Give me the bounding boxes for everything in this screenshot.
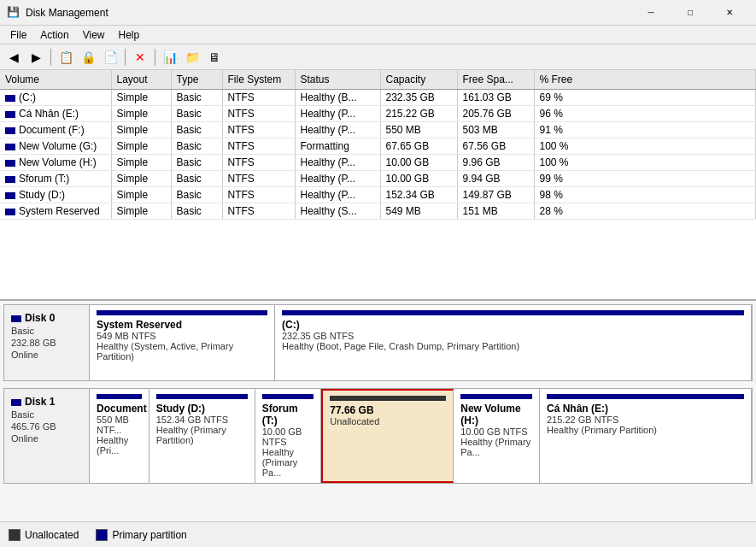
new-button[interactable]: 📄 bbox=[100, 47, 120, 68]
table-cell: NTFS bbox=[222, 155, 295, 171]
table-cell: New Volume (H:) bbox=[0, 155, 111, 171]
volume-icon bbox=[5, 176, 15, 183]
disk1-size: 465.76 GB bbox=[11, 421, 82, 432]
table-row[interactable]: Study (D:)SimpleBasicNTFSHealthy (P...15… bbox=[0, 187, 756, 203]
volume-icon bbox=[5, 111, 15, 118]
table-cell: NTFS bbox=[222, 171, 295, 187]
col-layout[interactable]: Layout bbox=[111, 70, 171, 90]
table-row[interactable]: New Volume (G:)SimpleBasicNTFSFormatting… bbox=[0, 138, 756, 155]
table-cell: 9.94 GB bbox=[457, 171, 534, 187]
help-button[interactable]: 🔒 bbox=[78, 47, 98, 68]
table-cell: NTFS bbox=[222, 106, 295, 122]
table-cell: Simple bbox=[111, 122, 171, 138]
menu-bar: File Action View Help bbox=[0, 26, 756, 44]
table-cell: 205.76 GB bbox=[457, 106, 534, 122]
disk1-part-study[interactable]: Study (D:) 152.34 GB NTFS Healthy (Prima… bbox=[149, 389, 255, 483]
disk1-part-document[interactable]: Document 550 MB NTF... Healthy (Pri... bbox=[90, 389, 149, 483]
disk0-size: 232.88 GB bbox=[11, 338, 82, 348]
disk0-part-c[interactable]: (C:) 232.35 GB NTFS Healthy (Boot, Page … bbox=[275, 305, 752, 380]
col-status[interactable]: Status bbox=[295, 70, 380, 90]
table-row[interactable]: Sforum (T:)SimpleBasicNTFSHealthy (P...1… bbox=[0, 171, 756, 187]
legend-primary: Primary partition bbox=[96, 529, 186, 541]
col-volume[interactable]: Volume bbox=[0, 70, 111, 90]
table-cell: 152.34 GB bbox=[380, 187, 457, 203]
disk1-type: Basic bbox=[11, 409, 82, 420]
legend-unallocated: Unallocated bbox=[9, 529, 79, 541]
table-cell: Simple bbox=[111, 187, 171, 203]
col-filesystem[interactable]: File System bbox=[222, 70, 295, 90]
disk1-part-sforum[interactable]: Sforum (T:) 10.00 GB NTFS Healthy (Prima… bbox=[255, 389, 322, 483]
volume-icon bbox=[5, 209, 15, 215]
separator-1 bbox=[50, 49, 51, 66]
table-cell: 10.00 GB bbox=[380, 171, 457, 187]
table-cell: 9.96 GB bbox=[457, 155, 534, 171]
disk1-part-newvol-h[interactable]: New Volume (H:) 10.00 GB NTFS Healthy (P… bbox=[454, 389, 540, 483]
canhan-name: Cá Nhân (E:) bbox=[547, 403, 744, 415]
app-icon: 💾 bbox=[7, 6, 21, 20]
table-cell: Healthy (P... bbox=[295, 106, 380, 122]
disk0-part-sysreserved[interactable]: System Reserved 549 MB NTFS Healthy (Sys… bbox=[90, 305, 275, 380]
sforum-size: 10.00 GB NTFS bbox=[262, 426, 314, 447]
table-cell: 98 % bbox=[534, 187, 756, 203]
minimize-button[interactable]: ─ bbox=[631, 0, 671, 26]
table-cell: Healthy (S... bbox=[295, 203, 380, 220]
menu-help[interactable]: Help bbox=[112, 27, 147, 43]
table-cell: 550 MB bbox=[380, 122, 457, 138]
disk0-row: Disk 0 Basic 232.88 GB Online System Res… bbox=[3, 304, 753, 381]
table-cell: NTFS bbox=[222, 187, 295, 203]
volume-icon bbox=[5, 127, 15, 134]
table-cell: 503 MB bbox=[457, 122, 534, 138]
legend-unalloc-label: Unallocated bbox=[25, 529, 79, 541]
study-size: 152.34 GB NTFS bbox=[156, 415, 248, 425]
menu-action[interactable]: Action bbox=[33, 27, 75, 43]
newvol-h-status: Healthy (Primary Pa... bbox=[460, 437, 532, 457]
table-row[interactable]: New Volume (H:)SimpleBasicNTFSHealthy (P… bbox=[0, 155, 756, 171]
table-cell: New Volume (G:) bbox=[0, 138, 111, 155]
menu-view[interactable]: View bbox=[76, 27, 112, 43]
back-button[interactable]: ◀ bbox=[3, 47, 24, 68]
table-row[interactable]: Document (F:)SimpleBasicNTFSHealthy (P..… bbox=[0, 122, 756, 138]
col-type[interactable]: Type bbox=[171, 70, 222, 90]
table-cell: Healthy (P... bbox=[295, 171, 380, 187]
disk0-partitions: System Reserved 549 MB NTFS Healthy (Sys… bbox=[90, 305, 752, 380]
table-cell: Basic bbox=[171, 155, 222, 171]
table-cell: NTFS bbox=[222, 138, 295, 155]
separator-2 bbox=[125, 49, 126, 66]
document-status: Healthy (Pri... bbox=[97, 435, 142, 456]
table-cell: Document (F:) bbox=[0, 122, 111, 138]
table-cell: Formatting bbox=[295, 138, 380, 155]
disk0-status: Online bbox=[11, 350, 82, 360]
volume-icon bbox=[5, 144, 15, 150]
table-cell: NTFS bbox=[222, 203, 295, 220]
disk1-part-canhan[interactable]: Cá Nhân (E:) 215.22 GB NTFS Healthy (Pri… bbox=[540, 389, 752, 483]
folder-button[interactable]: 📁 bbox=[182, 47, 202, 68]
table-cell: Basic bbox=[171, 106, 222, 122]
table-row[interactable]: System ReservedSimpleBasicNTFSHealthy (S… bbox=[0, 203, 756, 220]
sysreserved-name: System Reserved bbox=[97, 319, 267, 331]
table-cell: Basic bbox=[171, 122, 222, 138]
col-freespace[interactable]: Free Spa... bbox=[457, 70, 534, 90]
menu-file[interactable]: File bbox=[3, 27, 33, 43]
table-row[interactable]: (C:)SimpleBasicNTFSHealthy (B...232.35 G… bbox=[0, 90, 756, 106]
title-bar: 💾 Disk Management ─ □ ✕ bbox=[0, 0, 756, 26]
screen-button[interactable]: 🖥 bbox=[204, 47, 225, 68]
properties-button[interactable]: 📋 bbox=[56, 47, 76, 68]
disk1-part-unallocated[interactable]: 77.66 GB Unallocated bbox=[321, 389, 454, 483]
col-capacity[interactable]: Capacity bbox=[380, 70, 457, 90]
table-cell: 67.65 GB bbox=[380, 138, 457, 155]
legend-primary-label: Primary partition bbox=[112, 529, 186, 541]
forward-button[interactable]: ▶ bbox=[26, 47, 46, 68]
col-pctfree[interactable]: % Free bbox=[534, 70, 756, 90]
disk1-title: Disk 1 bbox=[11, 396, 82, 408]
table-row[interactable]: Cá Nhân (E:)SimpleBasicNTFSHealthy (P...… bbox=[0, 106, 756, 122]
disk1-row: Disk 1 Basic 465.76 GB Online Document 5… bbox=[3, 388, 753, 484]
table-cell: 151 MB bbox=[457, 203, 534, 220]
table-cell: 67.56 GB bbox=[457, 138, 534, 155]
maximize-button[interactable]: □ bbox=[671, 0, 710, 26]
table-cell: 549 MB bbox=[380, 203, 457, 220]
sforum-name: Sforum (T:) bbox=[262, 403, 314, 426]
close-button[interactable]: ✕ bbox=[710, 0, 749, 26]
delete-button[interactable]: ✕ bbox=[130, 47, 150, 68]
refresh-button[interactable]: 📊 bbox=[160, 47, 180, 68]
table-cell: 215.22 GB bbox=[380, 106, 457, 122]
